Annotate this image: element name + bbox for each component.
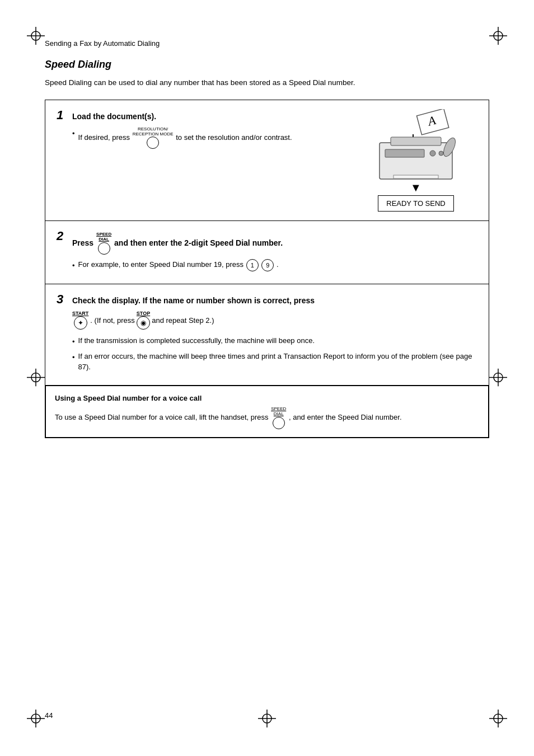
step-3-bullet-2-text: If an error occurs, the machine will bee…	[78, 351, 477, 373]
key-1-button: 1	[246, 259, 259, 271]
step-1-bullet-1: • If desired, press RESOLUTION/RECEPTION…	[72, 127, 343, 149]
ready-to-send-box: READY TO SEND	[378, 195, 453, 212]
svg-rect-30	[394, 175, 438, 179]
step-1-content: • If desired, press RESOLUTION/RECEPTION…	[72, 127, 343, 149]
step-3-repeat-text: and repeat Step 2.)	[152, 316, 214, 325]
step-3-header: 3 Check the display. If the name or numb…	[57, 293, 477, 307]
step-3-start-line: START ✦ . (If not, press STOP ◉ and repe…	[72, 311, 477, 330]
note-text-after: , and enter the Speed Dial number.	[289, 413, 402, 421]
reg-mark-tr	[489, 27, 507, 46]
down-arrow: ▼	[410, 182, 421, 193]
bullet-dot-3a: •	[72, 336, 75, 348]
note-text: To use a Speed Dial number for a voice c…	[55, 407, 479, 429]
svg-rect-26	[391, 137, 441, 145]
step-1-number: 1	[57, 109, 68, 121]
step-3-bullet-2: • If an error occurs, the machine will b…	[72, 351, 477, 373]
svg-point-28	[430, 151, 435, 156]
bullet-dot-3b: •	[72, 352, 75, 363]
step-1-bullet-text: If desired, press RESOLUTION/RECEPTION M…	[78, 127, 292, 149]
step-2-number: 2	[57, 230, 68, 242]
step-2-title: Press SPEEDDIAL and then enter the 2-dig…	[72, 230, 283, 255]
step-3-if-not-text: . (If not, press	[90, 316, 134, 325]
step-3-number: 3	[57, 293, 68, 306]
fax-machine-svg: A	[363, 109, 469, 182]
svg-rect-27	[385, 149, 424, 157]
svg-point-29	[439, 151, 443, 156]
step-3-content: START ✦ . (If not, press STOP ◉ and repe…	[72, 311, 477, 373]
step-2-bullet-text: For example, to enter Speed Dial number …	[78, 259, 279, 271]
resolution-button: RESOLUTION/RECEPTION MODE	[133, 127, 174, 149]
note-text-before: To use a Speed Dial number for a voice c…	[55, 413, 269, 421]
page: Sending a Fax by Automatic Dialing Speed…	[0, 0, 534, 756]
ready-to-send-text: READY TO SEND	[386, 199, 445, 208]
start-button: START ✦	[72, 311, 88, 330]
reg-mark-br	[489, 710, 507, 729]
step-1-text: 1 Load the document(s). • If desired, pr…	[57, 109, 343, 152]
step-1-illustration: A	[354, 109, 477, 212]
bullet-dot: •	[72, 128, 75, 139]
speed-dial-btn-circle	[98, 242, 110, 255]
step-1-section: 1 Load the document(s). • If desired, pr…	[45, 100, 489, 221]
note-box: Using a Speed Dial number for a voice ca…	[45, 386, 489, 438]
page-number: 44	[45, 711, 53, 720]
section-title: Speed Dialing	[45, 59, 489, 71]
reg-mark-bl	[27, 710, 45, 729]
step-3-section: 3 Check the display. If the name or numb…	[45, 284, 489, 386]
reg-mark-ml	[27, 368, 45, 388]
step-2-content: • For example, to enter Speed Dial numbe…	[72, 259, 477, 271]
key-9-button: 9	[261, 259, 274, 271]
step-2-section: 2 Press SPEEDDIAL and then enter the 2-d…	[45, 221, 489, 284]
instruction-box: 1 Load the document(s). • If desired, pr…	[45, 100, 489, 438]
stop-button: STOP ◉	[137, 311, 150, 330]
svg-rect-25	[380, 143, 452, 179]
step-3-title: Check the display. If the name or number…	[72, 293, 315, 307]
note-title: Using a Speed Dial number for a voice ca…	[55, 394, 479, 402]
reg-mark-bc	[258, 710, 276, 729]
resolution-btn-circle	[147, 137, 159, 149]
step-3-bullet-1-text: If the transmission is completed success…	[78, 335, 315, 346]
reg-mark-tl	[27, 27, 45, 46]
speed-dial-button-step2: SPEEDDIAL	[96, 232, 111, 255]
step-2-header: 2 Press SPEEDDIAL and then enter the 2-d…	[57, 230, 477, 255]
step-1-title: Load the document(s).	[72, 109, 156, 123]
speed-dial-note-circle	[273, 417, 285, 429]
reg-mark-mr	[489, 368, 507, 388]
step-1-layout: 1 Load the document(s). • If desired, pr…	[57, 109, 477, 212]
breadcrumb: Sending a Fax by Automatic Dialing	[45, 39, 489, 48]
speed-dial-button-note: SPEEDDIAL	[271, 407, 286, 429]
step-2-bullet-1: • For example, to enter Speed Dial numbe…	[72, 259, 477, 271]
step-3-bullet-1: • If the transmission is completed succe…	[72, 335, 477, 348]
step-1-header: 1 Load the document(s).	[57, 109, 343, 123]
bullet-dot-2: •	[72, 260, 75, 271]
intro-text: Speed Dialing can be used to dial any nu…	[45, 77, 489, 88]
